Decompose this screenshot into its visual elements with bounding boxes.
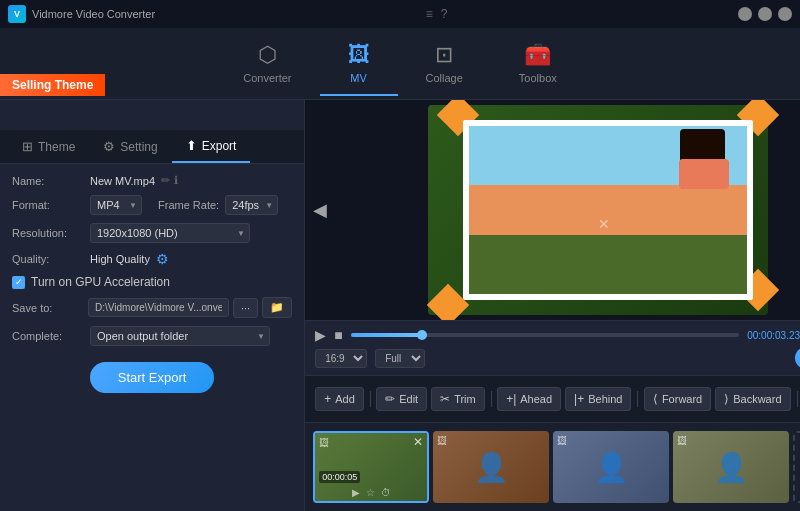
complete-row: Complete: Open output folder Do nothing: [12, 326, 292, 346]
stop-button[interactable]: ■: [334, 327, 342, 343]
start-export-button[interactable]: Start Export: [90, 362, 215, 393]
maximize-button[interactable]: [758, 7, 772, 21]
app-icon: V: [8, 5, 26, 23]
forward-button[interactable]: ⟨ Forward: [644, 387, 711, 411]
controls-row: 16:9 4:3 1:1 Full Half Start Export: [315, 347, 800, 369]
quality-value: High Quality: [90, 253, 150, 265]
clip-1-star-icon[interactable]: ☆: [366, 487, 375, 498]
format-label: Format:: [12, 199, 84, 211]
framerate-select[interactable]: 24fps 30fps 60fps: [225, 195, 278, 215]
resolution-row: Resolution: 1920x1080 (HD) 1280x720 720x…: [12, 223, 292, 243]
clip-1-controls: ▶ ☆ ⏱: [315, 487, 427, 498]
collage-label: Collage: [426, 72, 463, 84]
tab-export[interactable]: ⬆ Export: [172, 130, 251, 163]
format-select[interactable]: MP4 AVI MOV: [90, 195, 142, 215]
clip-1-play-icon[interactable]: ▶: [352, 487, 360, 498]
complete-label: Complete:: [12, 330, 84, 342]
format-select-wrapper: MP4 AVI MOV: [90, 195, 142, 215]
add-button[interactable]: + Add: [315, 387, 364, 411]
name-label: Name:: [12, 175, 84, 187]
edit-icon: ✏: [385, 392, 395, 406]
edit-button[interactable]: ✏ Edit: [376, 387, 427, 411]
ahead-icon: +|: [506, 392, 516, 406]
timeline: 🖼 ✕ 00:00:05 ▶ ☆ ⏱ 🖼 👤 🖼 👤: [305, 423, 800, 511]
selling-theme-badge: Selling Theme: [0, 74, 105, 96]
nav-collage[interactable]: ⊡ Collage: [398, 32, 491, 96]
name-value: New MV.mp4: [90, 175, 155, 187]
scissors-icon: ✂: [440, 392, 450, 406]
help-icon[interactable]: ?: [441, 7, 448, 21]
clip-2[interactable]: 🖼 👤: [433, 431, 549, 503]
mv-icon: 🖼: [348, 42, 370, 68]
time-display: 00:00:03.23/00:00:20.00: [747, 330, 800, 341]
preview-quality-select[interactable]: Full Half: [375, 349, 425, 368]
backward-icon: ⟩: [724, 392, 729, 406]
saveto-dots-button[interactable]: ···: [233, 298, 258, 318]
quality-settings-icon[interactable]: ⚙: [156, 251, 169, 267]
resolution-select[interactable]: 1920x1080 (HD) 1280x720 720x480: [90, 223, 250, 243]
app-title: Vidmore Video Converter: [32, 8, 155, 20]
clip-3[interactable]: 🖼 👤: [553, 431, 669, 503]
titlebar-icons: ≡ ?: [426, 7, 448, 21]
tab-theme[interactable]: ⊞ Theme: [8, 130, 89, 163]
edit-name-icon[interactable]: ✏: [161, 174, 170, 187]
add-clip-button[interactable]: +: [793, 431, 800, 503]
left-panel: Selling Theme ⊞ Theme ⚙ Setting ⬆ Export…: [0, 100, 305, 511]
trim-button[interactable]: ✂ Trim: [431, 387, 485, 411]
framerate-label: Frame Rate:: [158, 199, 219, 211]
progress-bar-row: ▶ ■ 00:00:03.23/00:00:20.00 🔊: [315, 327, 800, 343]
photo-frame: [428, 105, 768, 315]
gpu-checkbox[interactable]: ✓: [12, 276, 25, 289]
clip-1-time: 00:00:05: [319, 471, 360, 483]
ahead-button[interactable]: +| Ahead: [497, 387, 561, 411]
titlebar-left: V Vidmore Video Converter: [8, 5, 155, 23]
saveto-label: Save to:: [12, 302, 84, 314]
complete-select-wrapper: Open output folder Do nothing: [90, 326, 270, 346]
mv-label: MV: [350, 72, 367, 84]
nav-toolbox[interactable]: 🧰 Toolbox: [491, 32, 585, 96]
start-export-small-button[interactable]: Start Export: [795, 347, 800, 369]
clip-1-image-icon: 🖼: [319, 437, 329, 448]
saveto-input[interactable]: [88, 298, 229, 317]
nav-converter[interactable]: ⬡ Converter: [215, 32, 319, 96]
setting-icon: ⚙: [103, 139, 115, 154]
theme-icon: ⊞: [22, 139, 33, 154]
progress-track[interactable]: [351, 333, 740, 337]
clip-4[interactable]: 🖼 👤: [673, 431, 789, 503]
shirt: [679, 159, 729, 189]
close-button[interactable]: [778, 7, 792, 21]
clip-1-clock-icon[interactable]: ⏱: [381, 487, 391, 498]
info-icon[interactable]: ℹ: [174, 174, 178, 187]
nav-mv[interactable]: 🖼 MV: [320, 32, 398, 96]
minimize-button[interactable]: [738, 7, 752, 21]
playback-controls: ▶ ■ 00:00:03.23/00:00:20.00 🔊 16:9 4:3 1…: [305, 320, 800, 375]
play-button[interactable]: ▶: [315, 327, 326, 343]
clip-1[interactable]: 🖼 ✕ 00:00:05 ▶ ☆ ⏱: [313, 431, 429, 503]
saveto-folder-button[interactable]: 📁: [262, 297, 292, 318]
gpu-label: Turn on GPU Acceleration: [31, 275, 170, 289]
export-form: Name: New MV.mp4 ✏ ℹ Format: MP4 AVI MOV: [0, 164, 304, 511]
preview-close-icon[interactable]: ✕: [598, 216, 610, 232]
behind-button[interactable]: |+ Behind: [565, 387, 631, 411]
top-nav: ⬡ Converter 🖼 MV ⊡ Collage 🧰 Toolbox: [0, 28, 800, 100]
resolution-select-wrapper: 1920x1080 (HD) 1280x720 720x480: [90, 223, 250, 243]
export-icon: ⬆: [186, 138, 197, 153]
preview-area: ◀ ▶ ✕: [305, 100, 800, 320]
ratio-select[interactable]: 16:9 4:3 1:1: [315, 349, 367, 368]
gpu-row: ✓ Turn on GPU Acceleration: [12, 275, 292, 289]
quality-label: Quality:: [12, 253, 84, 265]
backward-button[interactable]: ⟩ Backward: [715, 387, 790, 411]
clip-1-close-icon[interactable]: ✕: [413, 435, 423, 449]
tab-setting[interactable]: ⚙ Setting: [89, 130, 171, 163]
toolbox-label: Toolbox: [519, 72, 557, 84]
menu-icon[interactable]: ≡: [426, 7, 433, 21]
converter-label: Converter: [243, 72, 291, 84]
preview-arrow-left[interactable]: ◀: [313, 199, 327, 221]
saveto-row: Save to: ··· 📁: [12, 297, 292, 318]
complete-select[interactable]: Open output folder Do nothing: [90, 326, 270, 346]
tab-bar: ⊞ Theme ⚙ Setting ⬆ Export: [0, 130, 304, 164]
right-panel: ◀ ▶ ✕: [305, 100, 800, 511]
progress-thumb[interactable]: [417, 330, 427, 340]
titlebar: V Vidmore Video Converter ≡ ?: [0, 0, 800, 28]
converter-icon: ⬡: [258, 42, 277, 68]
